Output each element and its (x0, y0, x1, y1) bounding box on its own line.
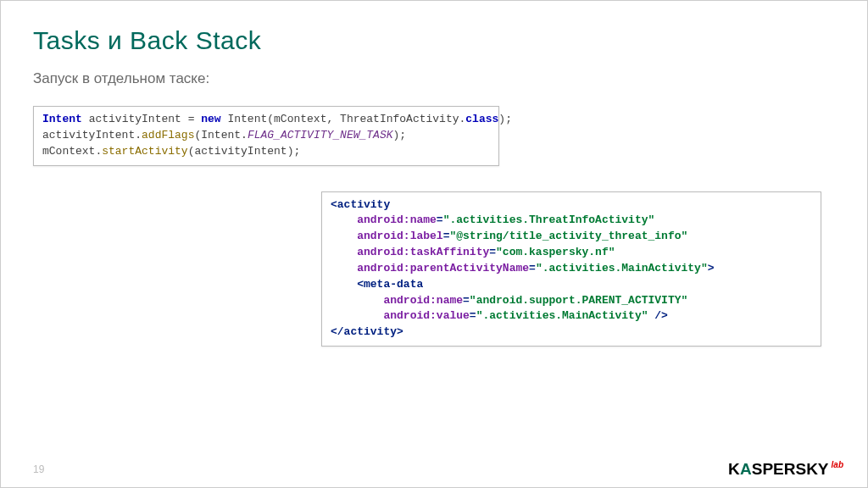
indent-guide (331, 278, 357, 291)
line2-pre: activityIntent. (42, 129, 142, 141)
java-code-block: Intent activityIntent = new Intent(mCont… (33, 106, 499, 166)
method-addflags: addFlags (142, 129, 194, 141)
indent-guide (331, 214, 357, 226)
tag-activity-open: <activity (331, 198, 390, 211)
attr-parent: android:parentActivityName (357, 262, 529, 274)
logo-rest: SPERSKY (752, 460, 829, 478)
logo-letter-k: K (728, 460, 740, 478)
line1-end: ); (498, 113, 512, 125)
line2-mid: (Intent. (194, 129, 247, 141)
val-parent: ".activities.MainActivity" (536, 262, 708, 274)
xml-code-block: <activity android:name=".activities.Thre… (321, 191, 821, 347)
line2-end: ); (393, 129, 407, 141)
meta-val-name: "android.support.PARENT_ACTIVITY" (470, 294, 687, 307)
equals: = (181, 113, 201, 125)
keyword-class: class (465, 113, 498, 125)
meta-attr-value: android:value (383, 309, 469, 322)
line1-rest: Intent(mContext, ThreatInfoActivity. (221, 113, 466, 125)
tag-meta-open: <meta-data (357, 278, 423, 291)
tag-activity-close: </activity> (331, 325, 403, 338)
indent-guide (331, 230, 357, 242)
keyword-intent: Intent (42, 113, 82, 125)
meta-selfclose: /> (648, 309, 668, 322)
val-name: ".activities.ThreatInfoActivity" (443, 214, 655, 226)
attr-affinity: android:taskAffinity (357, 246, 489, 258)
kaspersky-logo: KASPERSKYlab (728, 460, 843, 479)
val-label: "@string/title_activity_threat_info" (449, 230, 687, 242)
close-bracket: > (708, 262, 715, 274)
line3-pre: mContext. (42, 145, 102, 158)
page-number: 19 (33, 463, 44, 475)
attr-label: android:label (357, 230, 442, 242)
indent-guide (331, 262, 357, 274)
attr-name: android:name (357, 214, 437, 226)
meta-val-value: ".activities.MainActivity" (476, 309, 648, 322)
slide-subtitle: Запуск в отдельном таске: (33, 70, 835, 87)
slide: Tasks и Back Stack Запуск в отдельном та… (0, 0, 868, 488)
indent-guide (331, 294, 383, 307)
method-start: startActivity (102, 145, 187, 158)
field-flag: FLAG_ACTIVITY_NEW_TASK (248, 129, 393, 141)
logo-letter-a: A (740, 460, 752, 478)
meta-attr-name: android:name (383, 294, 463, 307)
logo-lab: lab (832, 460, 843, 469)
line3-end: (activityIntent); (188, 145, 301, 158)
indent-guide (331, 246, 357, 258)
indent-guide (331, 309, 383, 322)
keyword-new: new (201, 113, 220, 125)
slide-title: Tasks и Back Stack (33, 26, 835, 55)
val-affinity: "com.kaspersky.nf" (496, 246, 615, 258)
variable-name: activityIntent (89, 113, 181, 125)
